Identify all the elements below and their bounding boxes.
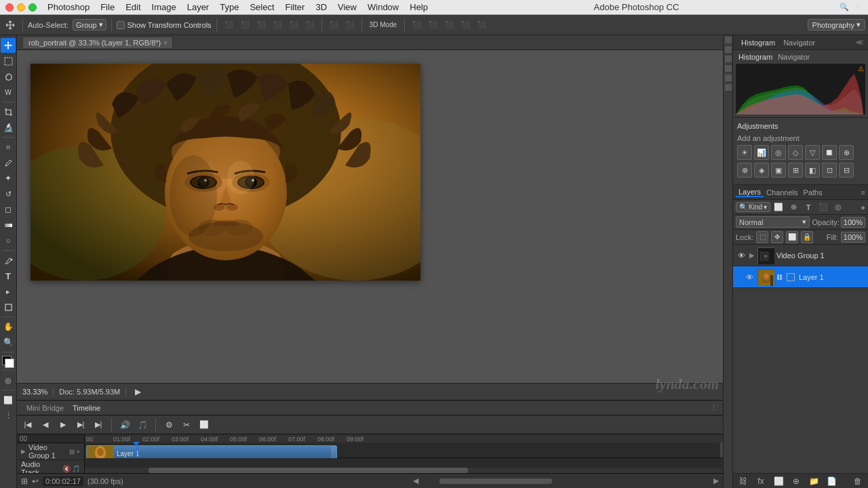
menu-extra-icon[interactable]: ☰	[854, 3, 861, 12]
posterize-adj-btn[interactable]: ⊡	[822, 163, 837, 178]
curves-adj-btn[interactable]: ◎	[771, 145, 786, 160]
path-select-tool[interactable]: ▸	[1, 284, 16, 299]
show-transform-control[interactable]: Show Transform Controls	[117, 21, 212, 29]
align-middle-btn[interactable]: ⬛	[287, 18, 300, 32]
histogram-warning-icon[interactable]: ⚠	[858, 65, 864, 73]
layer-item-video-group[interactable]: 👁 ▶ Video Group 1	[733, 245, 868, 266]
3d-move-btn[interactable]: ⬛	[426, 18, 439, 32]
track-video-group-label[interactable]: ▶ Video Group 1 ⊞ +	[17, 443, 84, 460]
delete-layer-btn[interactable]: 🗑	[852, 475, 864, 487]
settings-btn[interactable]: ⚙	[162, 418, 176, 432]
tab-timeline[interactable]: Timeline	[68, 404, 104, 412]
shape-tool[interactable]	[1, 300, 16, 314]
scroll-right-icon[interactable]: ▶	[713, 476, 719, 485]
opacity-control[interactable]: Opacity: 100%	[812, 217, 866, 228]
screen-mode-toggle[interactable]: ⬜	[1, 392, 16, 407]
panel-toggle-btn-5[interactable]	[725, 75, 732, 81]
chanmixer-adj-btn[interactable]: ▣	[771, 163, 786, 178]
audio-add-icon[interactable]: 🎵	[72, 465, 80, 472]
timeline-scrollbar[interactable]	[85, 468, 723, 473]
menu-3d[interactable]: 3D	[310, 0, 332, 15]
history-brush-tool[interactable]: ↺	[1, 186, 16, 201]
hsl-adj-btn[interactable]: 🔲	[822, 145, 837, 160]
scroll-track[interactable]	[425, 479, 707, 484]
menu-help[interactable]: Help	[404, 0, 433, 15]
new-layer-btn[interactable]: 📄	[825, 475, 837, 487]
track-audio-label[interactable]: Audio Track 🔇 🎵	[17, 460, 84, 473]
playhead[interactable]	[136, 443, 137, 457]
align-bottom-btn[interactable]: ⬛	[303, 18, 317, 32]
search-icon[interactable]: 🔍	[840, 3, 849, 12]
step-back-btn[interactable]: ◀	[39, 418, 52, 432]
canvas-viewport[interactable]	[17, 50, 723, 383]
scroll-left-icon[interactable]: ◀	[413, 476, 418, 485]
menu-photoshop[interactable]: Photoshop	[42, 0, 95, 15]
3d-roll-btn[interactable]: ⬛	[458, 18, 472, 32]
menu-image[interactable]: Image	[146, 0, 182, 15]
paths-tab[interactable]: Paths	[801, 188, 825, 197]
filter-kind-btn[interactable]: 🔍 Kind ▾	[736, 202, 770, 212]
step-forward-btn[interactable]: ▶|	[74, 418, 87, 432]
eyedropper-tool[interactable]: 🔬	[1, 120, 16, 135]
zoom-tool[interactable]: 🔍	[1, 335, 16, 350]
dist-horiz-btn[interactable]: ⬛	[327, 18, 340, 32]
marquee-tool[interactable]	[1, 54, 16, 68]
transition-btn[interactable]: ⬜	[197, 418, 211, 432]
maximize-button[interactable]	[28, 3, 37, 12]
link-layers-btn[interactable]: ⛓	[737, 475, 749, 487]
crop-tool[interactable]	[1, 104, 16, 119]
bw-adj-btn[interactable]: ⊗	[737, 163, 752, 178]
auto-select-dropdown[interactable]: Group ▾	[73, 19, 106, 30]
align-right-btn[interactable]: ⬛	[254, 18, 268, 32]
fill-value[interactable]: 100%	[841, 232, 865, 243]
lock-position-btn[interactable]: ✥	[771, 231, 783, 243]
invert-adj-btn[interactable]: ◧	[805, 163, 820, 178]
filter-type-btn[interactable]: T	[802, 201, 815, 214]
tab-mini-bridge[interactable]: Mini Bridge	[22, 404, 68, 412]
menu-file[interactable]: File	[95, 0, 120, 15]
track-settings-icon[interactable]: ⊞	[69, 448, 75, 455]
dodge-tool[interactable]: ○	[1, 233, 16, 248]
eraser-tool[interactable]: ◻	[1, 202, 16, 217]
extra-tools[interactable]: ⋮	[1, 408, 16, 423]
audio-settings-btn[interactable]: 🎵	[136, 418, 149, 432]
align-left-btn[interactable]: ⬛	[222, 18, 235, 32]
patch-tool[interactable]: ⌗	[1, 140, 16, 155]
dist-vert-btn[interactable]: ⬛	[343, 18, 357, 32]
panel-toggle-btn-2[interactable]	[725, 46, 732, 53]
layers-panel-menu-icon[interactable]: ≡	[861, 188, 865, 197]
brush-tool[interactable]	[1, 155, 16, 170]
filter-toggle[interactable]: ●	[861, 203, 865, 211]
vibrance-adj-btn[interactable]: ▽	[805, 145, 820, 160]
menu-edit[interactable]: Edit	[120, 0, 146, 15]
layer-expand-arrow[interactable]: ▶	[749, 251, 755, 259]
filter-pixel-btn[interactable]: ⬜	[772, 201, 785, 214]
quick-mask-toggle[interactable]: ◎	[1, 373, 16, 388]
align-top-btn[interactable]: ⬛	[271, 18, 284, 32]
navigator-tab[interactable]: Navigator	[779, 39, 819, 47]
status-play-btn[interactable]: ▶	[132, 386, 144, 398]
levels-adj-btn[interactable]: 📊	[754, 145, 769, 160]
audio-btn[interactable]: 🔊	[118, 418, 132, 432]
filter-adj-btn[interactable]: ⊕	[787, 201, 800, 214]
menu-select[interactable]: Select	[244, 0, 279, 15]
move-tool[interactable]	[3, 19, 18, 31]
add-mask-btn[interactable]: ⬜	[772, 475, 785, 487]
blend-mode-dropdown[interactable]: Normal ▾	[736, 216, 810, 228]
visibility-toggle-video-group[interactable]: 👁	[736, 250, 747, 261]
menu-view[interactable]: View	[332, 0, 362, 15]
visibility-toggle-layer1[interactable]: 👁	[744, 272, 755, 283]
layer-item-layer1[interactable]: 👁	[733, 266, 868, 288]
close-button[interactable]	[5, 3, 14, 12]
threshold-adj-btn[interactable]: ⊟	[839, 163, 854, 178]
add-adjustment-btn[interactable]: ⊕	[790, 475, 802, 487]
panel-toggle-btn-6[interactable]	[725, 84, 732, 91]
3d-scale-btn[interactable]: ⬛	[442, 18, 456, 32]
menu-layer[interactable]: Layer	[182, 0, 215, 15]
brightness-adj-btn[interactable]: ☀	[737, 145, 752, 160]
transform-checkbox[interactable]	[117, 21, 125, 29]
menu-window[interactable]: Window	[362, 0, 404, 15]
cut-btn[interactable]: ✂	[180, 418, 193, 432]
colorbalance-adj-btn[interactable]: ⊕	[839, 145, 854, 160]
lasso-tool[interactable]	[1, 69, 16, 84]
